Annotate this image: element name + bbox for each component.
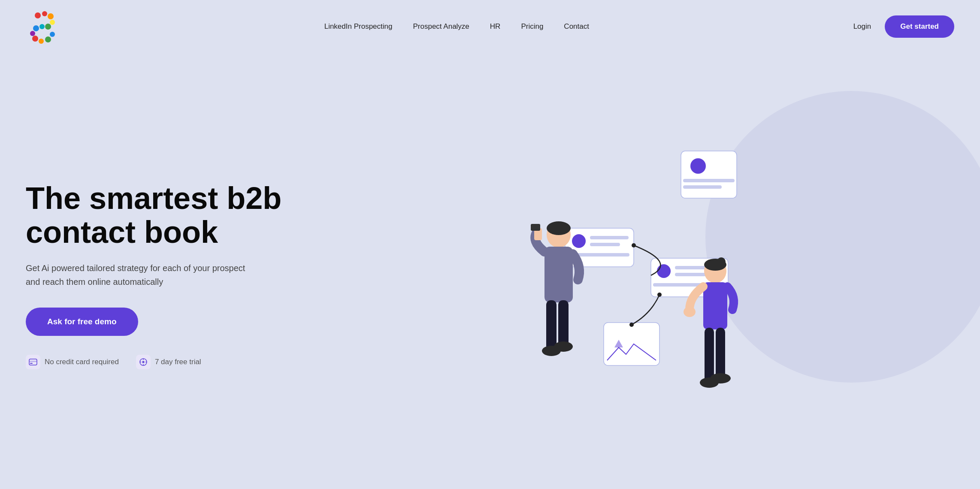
nav-links: LinkedIn Prospecting Prospect Analyze HR… <box>324 22 589 31</box>
svg-point-1 <box>42 11 47 16</box>
svg-point-32 <box>657 264 671 278</box>
hero-section: The smartest b2b contact book Get Ai pow… <box>0 53 980 489</box>
svg-point-42 <box>547 221 571 235</box>
svg-rect-46 <box>546 300 557 352</box>
svg-point-6 <box>33 25 39 31</box>
hero-title: The smartest b2b contact book <box>26 181 292 249</box>
svg-point-11 <box>50 32 55 37</box>
illustration-svg <box>309 125 954 426</box>
svg-rect-24 <box>683 179 735 182</box>
get-started-button[interactable]: Get started <box>885 15 954 38</box>
svg-rect-56 <box>716 328 725 379</box>
svg-point-54 <box>684 307 696 317</box>
svg-point-9 <box>39 39 44 44</box>
svg-rect-28 <box>590 236 629 239</box>
svg-point-10 <box>45 36 51 42</box>
svg-point-40 <box>629 323 634 327</box>
svg-rect-25 <box>683 185 722 189</box>
hero-left: The smartest b2b contact book Get Ai pow… <box>26 181 292 369</box>
svg-rect-53 <box>703 282 727 329</box>
svg-point-39 <box>657 293 662 297</box>
svg-rect-29 <box>590 243 620 246</box>
nav-right: Login Get started <box>853 15 954 38</box>
svg-point-52 <box>717 257 726 266</box>
svg-point-49 <box>554 341 573 352</box>
svg-point-8 <box>32 36 38 42</box>
trust-row: No credit card required 7 day free trial <box>26 355 292 369</box>
no-credit-card-label: No credit card required <box>45 358 119 366</box>
svg-point-2 <box>48 13 54 19</box>
ask-demo-button[interactable]: Ask for free demo <box>26 308 138 336</box>
logo[interactable] <box>26 9 60 44</box>
hero-illustration <box>309 125 954 426</box>
hero-subtitle: Get Ai powered tailored strategy for eac… <box>26 261 249 289</box>
nav-item-contact[interactable]: Contact <box>564 22 589 31</box>
svg-point-4 <box>45 24 51 30</box>
credit-card-icon <box>26 355 40 369</box>
svg-rect-13 <box>29 361 37 362</box>
sparkle-icon <box>136 355 151 369</box>
login-link[interactable]: Login <box>853 22 871 31</box>
svg-rect-45 <box>531 224 540 231</box>
svg-rect-36 <box>604 323 659 365</box>
free-trial-label: 7 day free trial <box>155 358 201 366</box>
svg-rect-14 <box>30 363 33 364</box>
trust-item-credit-card: No credit card required <box>26 355 119 369</box>
svg-rect-22 <box>681 151 737 198</box>
svg-point-5 <box>39 24 45 29</box>
nav-item-prospect[interactable]: Prospect Analyze <box>413 22 469 31</box>
navbar: LinkedIn Prospecting Prospect Analyze HR… <box>0 0 980 53</box>
svg-point-21 <box>142 361 144 363</box>
nav-item-linkedin[interactable]: LinkedIn Prospecting <box>324 22 393 31</box>
trust-item-free-trial: 7 day free trial <box>136 355 201 369</box>
svg-point-58 <box>710 373 731 383</box>
svg-rect-47 <box>558 300 569 347</box>
nav-item-hr[interactable]: HR <box>490 22 501 31</box>
svg-point-38 <box>632 243 636 248</box>
svg-point-27 <box>572 234 586 248</box>
svg-point-3 <box>50 20 55 25</box>
svg-point-7 <box>30 31 35 36</box>
svg-point-23 <box>690 158 706 174</box>
nav-item-pricing[interactable]: Pricing <box>521 22 543 31</box>
svg-point-0 <box>35 12 41 18</box>
